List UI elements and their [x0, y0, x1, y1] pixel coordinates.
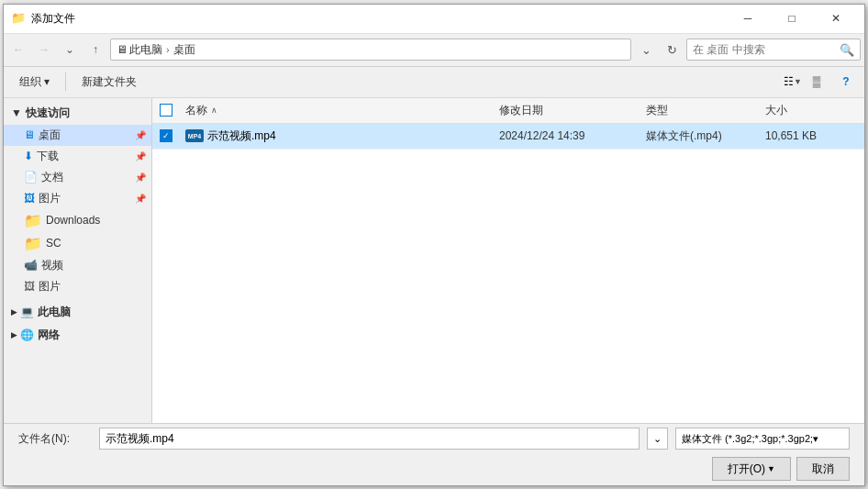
network-label: 网络 [38, 328, 60, 343]
file-checkbox[interactable]: ✓ [160, 129, 172, 142]
documents-icon: 📄 [24, 171, 38, 183]
sidebar-item-pictures[interactable]: 🖼 图片 📌 [4, 188, 151, 209]
filename-input[interactable] [99, 428, 640, 450]
select-all-checkbox[interactable] [160, 104, 172, 117]
col-type-header[interactable]: 类型 [646, 103, 765, 118]
main-content: ▼ 快速访问 🖥 桌面 📌 ⬇ 下载 📌 📄 文档 📌 🖼 图片 � [4, 98, 864, 423]
pin-icon-downloads: 📌 [135, 151, 146, 161]
new-folder-button[interactable]: 新建文件夹 [73, 70, 145, 94]
back-button[interactable]: ← [7, 39, 29, 61]
file-list-header: 名称 ∧ 修改日期 类型 大小 [152, 98, 864, 124]
sidebar-item-sc[interactable]: 📁 SC [4, 232, 151, 255]
dialog-icon: 📁 [11, 11, 26, 26]
col-name-label: 名称 [185, 103, 207, 118]
quick-access-chevron: ▼ [11, 106, 22, 119]
file-type-cell: 媒体文件(.mp4) [646, 128, 765, 144]
bottom-bar: 文件名(N): ⌄ 媒体文件 (*.3g2;*.3gp;*.3gp2;▾ 打开(… [4, 423, 864, 485]
sidebar-item-documents-label: 文档 [41, 170, 63, 185]
sidebar-item-videos[interactable]: 📹 视频 [4, 255, 151, 276]
open-button[interactable]: 打开(O) ▼ [712, 457, 791, 481]
desktop-icon: 🖥 [24, 128, 35, 141]
pin-icon-documents: 📌 [135, 172, 146, 183]
help-button[interactable]: ? [835, 71, 857, 93]
sidebar-item-desktop-label: 桌面 [39, 128, 61, 143]
forward-button[interactable]: → [33, 39, 55, 61]
quick-access-label: 快速访问 [26, 106, 70, 121]
view-options-button[interactable]: ☷ ▼ [782, 71, 804, 93]
view-dropdown-arrow: ▼ [794, 77, 802, 86]
sidebar-item-desktop[interactable]: 🖥 桌面 📌 [4, 125, 151, 146]
help-icon: ? [842, 75, 849, 88]
this-pc-header[interactable]: ▸ 💻 此电脑 [4, 301, 151, 324]
sidebar-item-pictures2[interactable]: 🖼 图片 [4, 276, 151, 297]
pin-icon-pictures: 📌 [135, 194, 146, 204]
dropdown-arrow-button[interactable]: ⌄ [59, 39, 81, 61]
title-bar-buttons: ─ □ ✕ [727, 4, 857, 33]
sidebar: ▼ 快速访问 🖥 桌面 📌 ⬇ 下载 📌 📄 文档 📌 🖼 图片 � [4, 98, 152, 423]
col-check-header [160, 104, 182, 117]
search-icon: 🔍 [840, 43, 854, 57]
this-pc-label: 此电脑 [38, 305, 71, 320]
filename-dropdown-button[interactable]: ⌄ [647, 428, 668, 450]
file-date-cell: 2024/12/24 14:39 [499, 129, 646, 142]
this-pc-icon: 💻 [20, 306, 34, 318]
cancel-button[interactable]: 取消 [796, 457, 850, 481]
col-date-label: 修改日期 [499, 104, 543, 117]
sidebar-item-pictures-label: 图片 [39, 191, 61, 206]
sidebar-item-videos-label: 视频 [41, 258, 63, 273]
dropdown-location-button[interactable]: ⌄ [635, 39, 657, 61]
close-button[interactable]: ✕ [815, 4, 857, 33]
filetype-select[interactable]: 媒体文件 (*.3g2;*.3gp;*.3gp2;▾ [675, 428, 850, 450]
sidebar-item-documents[interactable]: 📄 文档 📌 [4, 167, 151, 188]
col-name-header[interactable]: 名称 ∧ [182, 103, 499, 118]
computer-icon: 🖥 [117, 43, 128, 56]
pin-icon-desktop: 📌 [135, 130, 146, 140]
breadcrumb-item-computer[interactable]: 🖥 此电脑 [117, 42, 162, 58]
table-row[interactable]: ✓ MP4 示范视频.mp4 2024/12/24 14:39 媒体文件(.mp… [152, 124, 864, 150]
sidebar-item-downloads2[interactable]: 📁 Downloads [4, 209, 151, 232]
refresh-button[interactable]: ↻ [661, 39, 683, 61]
breadcrumb-item-desktop[interactable]: 桌面 [173, 42, 195, 58]
maximize-button[interactable]: □ [771, 4, 813, 33]
action-separator [65, 72, 66, 91]
search-input[interactable] [693, 43, 836, 56]
dialog-action-buttons: 打开(O) ▼ 取消 [712, 457, 850, 481]
pane-icon: ▒ [813, 75, 821, 88]
network-header[interactable]: ▸ 🌐 网络 [4, 324, 151, 347]
sidebar-item-downloads2-label: Downloads [46, 214, 100, 227]
sort-arrow-icon: ∧ [211, 106, 217, 115]
open-label: 打开(O) [728, 461, 765, 477]
dialog-title: 添加文件 [31, 11, 727, 27]
videos-icon: 📹 [24, 259, 38, 272]
open-dropdown-arrow: ▼ [767, 464, 775, 473]
breadcrumb-bar[interactable]: 🖥 此电脑 › 桌面 [110, 39, 631, 61]
grid-view-icon: ☷ [784, 75, 794, 88]
sidebar-item-sc-label: SC [46, 237, 61, 250]
downloads2-folder-icon: 📁 [24, 212, 42, 229]
sc-folder-icon: 📁 [24, 235, 42, 252]
minimize-button[interactable]: ─ [727, 4, 769, 33]
breadcrumb-computer-label: 此电脑 [129, 42, 162, 58]
pictures2-icon: 🖼 [24, 280, 35, 293]
pane-button[interactable]: ▒ [806, 71, 828, 93]
action-row: 打开(O) ▼ 取消 [18, 457, 850, 481]
organize-button[interactable]: 组织 ▾ [11, 70, 58, 94]
sidebar-item-downloads[interactable]: ⬇ 下载 📌 [4, 146, 151, 167]
col-date-header[interactable]: 修改日期 [499, 103, 646, 118]
col-size-header[interactable]: 大小 [765, 103, 857, 118]
file-list: 名称 ∧ 修改日期 类型 大小 ✓ [152, 98, 864, 423]
breadcrumb-desktop-label: 桌面 [173, 42, 195, 58]
pictures-icon: 🖼 [24, 192, 35, 205]
quick-access-header[interactable]: ▼ 快速访问 [4, 102, 151, 125]
title-bar: 📁 添加文件 ─ □ ✕ [4, 5, 864, 34]
search-bar[interactable]: 🔍 [686, 39, 861, 61]
address-toolbar: ← → ⌄ ↑ 🖥 此电脑 › 桌面 ⌄ ↻ 🔍 [4, 34, 864, 67]
filename-label: 文件名(N): [18, 431, 92, 447]
network-icon: 🌐 [20, 328, 34, 341]
file-icon-wrap: MP4 示范视频.mp4 [185, 128, 276, 144]
view-controls: ☷ ▼ ▒ [782, 71, 828, 93]
filename-row: 文件名(N): ⌄ 媒体文件 (*.3g2;*.3gp;*.3gp2;▾ [18, 428, 850, 450]
up-button[interactable]: ↑ [84, 39, 106, 61]
col-size-label: 大小 [765, 104, 787, 117]
breadcrumb-separator: › [166, 44, 170, 55]
